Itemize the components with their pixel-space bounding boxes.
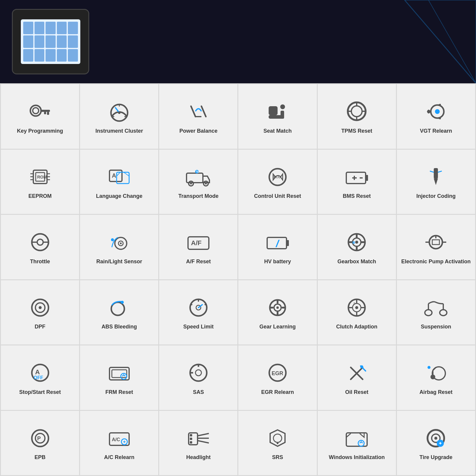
- svg-point-151: [277, 442, 278, 444]
- label-key-programming: Key Programming: [17, 128, 63, 134]
- icon-gear-learning: [263, 295, 292, 319]
- function-cell-oil-reset[interactable]: Oil Reset: [318, 345, 396, 410]
- function-cell-frm-reset[interactable]: FRM Reset: [80, 345, 158, 410]
- label-hv-battery: HV battery: [264, 258, 291, 265]
- function-cell-egr-relearn[interactable]: EGREGR Relearn: [238, 345, 317, 410]
- svg-point-45: [190, 183, 192, 184]
- label-seat-match: Seat Match: [264, 128, 292, 134]
- svg-point-85: [39, 306, 42, 309]
- label-rain-light-sensor: Rain/Light Sensor: [96, 258, 142, 265]
- svg-line-57: [430, 171, 434, 172]
- svg-rect-6: [44, 112, 46, 114]
- function-cell-stop-start-reset[interactable]: AOFFStop/Start Reset: [1, 345, 79, 410]
- svg-line-144: [198, 433, 209, 436]
- function-cell-transport-mode[interactable]: %Transport Mode: [159, 150, 237, 214]
- function-cell-epb[interactable]: PEPB: [1, 411, 79, 475]
- function-cell-clutch-adaption[interactable]: ®Clutch Adaption: [318, 280, 396, 345]
- function-cell-seat-match[interactable]: Seat Match: [238, 84, 317, 149]
- icon-electronic-pump: [421, 230, 451, 254]
- svg-line-14: [201, 106, 206, 117]
- function-cell-throttle[interactable]: Throttle: [1, 215, 79, 279]
- function-cell-electronic-pump[interactable]: Electronic Pump Activation: [397, 215, 475, 279]
- icon-key-programming: [25, 100, 55, 123]
- svg-rect-75: [356, 246, 358, 250]
- function-cell-vgt-relearn[interactable]: VGT Relearn: [397, 84, 475, 149]
- function-cell-key-programming[interactable]: Key Programming: [1, 84, 79, 149]
- function-cell-power-balance[interactable]: Power Balance: [159, 84, 237, 149]
- label-sas: SAS: [193, 389, 204, 396]
- function-cell-bms-reset[interactable]: BMS Reset: [318, 150, 396, 214]
- function-cell-hv-battery[interactable]: HV battery: [238, 215, 317, 279]
- icon-transport-mode: %: [184, 165, 213, 189]
- svg-rect-148: [190, 438, 192, 440]
- function-cell-dpf[interactable]: DPF: [1, 280, 79, 345]
- svg-marker-0: [405, 0, 476, 83]
- svg-point-2: [30, 105, 41, 116]
- svg-rect-97: [277, 300, 278, 303]
- label-epb: EPB: [35, 454, 46, 461]
- icon-tpms-reset: [342, 100, 372, 123]
- svg-text:P: P: [37, 436, 41, 441]
- label-eeprom: EEPROM: [29, 193, 52, 200]
- label-electronic-pump: Electronic Pump Activation: [401, 258, 471, 265]
- svg-rect-98: [277, 311, 278, 315]
- function-cell-control-unit-reset[interactable]: ECUControl Unit Reset: [238, 150, 317, 214]
- svg-text:®: ®: [353, 302, 356, 305]
- icon-dpf: [25, 295, 55, 319]
- function-cell-airbag-reset[interactable]: Airbag Reset: [397, 345, 475, 410]
- svg-rect-42: [187, 173, 203, 183]
- function-cell-af-reset[interactable]: A/FA/F Reset: [159, 215, 237, 279]
- svg-rect-5: [47, 112, 49, 115]
- icon-instrument-cluster: [104, 100, 134, 123]
- icon-abs-bleeding: [104, 295, 134, 319]
- icon-bms-reset: [342, 165, 372, 189]
- label-vgt-relearn: VGT Relearn: [420, 128, 452, 134]
- function-cell-headlight[interactable]: Headlight: [159, 411, 237, 475]
- function-cell-speed-limit[interactable]: Speed Limit: [159, 280, 237, 345]
- function-cell-tire-upgrade[interactable]: Tire Upgrade: [397, 411, 475, 475]
- svg-rect-149: [190, 441, 192, 444]
- function-cell-instrument-cluster[interactable]: Instrument Cluster: [80, 84, 158, 149]
- function-cell-language-change[interactable]: ALanguage Change: [80, 150, 158, 214]
- icon-gearbox-match: ⊞: [342, 230, 372, 254]
- label-power-balance: Power Balance: [179, 128, 217, 134]
- icon-rain-light-sensor: [104, 230, 134, 254]
- svg-rect-16: [269, 106, 278, 115]
- function-cell-injector-coding[interactable]: Injector Coding: [397, 150, 475, 214]
- svg-point-73: [355, 241, 358, 244]
- label-tpms-reset: TPMS Reset: [341, 128, 372, 134]
- icon-eeprom: ROM: [25, 165, 55, 189]
- function-cell-suspension[interactable]: Suspension: [397, 280, 475, 345]
- label-dpf: DPF: [35, 323, 46, 330]
- function-cell-srs[interactable]: SRS: [238, 411, 317, 475]
- svg-text:OFF: OFF: [34, 375, 43, 380]
- svg-rect-56: [434, 168, 438, 178]
- svg-line-13: [191, 106, 195, 117]
- function-cell-ac-relearn[interactable]: A/CA/C Relearn: [80, 411, 158, 475]
- function-cell-tpms-reset[interactable]: TPMS Reset: [318, 84, 396, 149]
- svg-rect-99: [270, 307, 273, 309]
- function-cell-gear-learning[interactable]: Gear Learning: [238, 280, 317, 345]
- device-image: [12, 9, 89, 74]
- function-cell-gearbox-match[interactable]: ⊞Gearbox Match: [318, 215, 396, 279]
- label-abs-bleeding: ABS Bleeding: [101, 323, 137, 330]
- function-cell-sas[interactable]: SAS: [159, 345, 237, 410]
- label-egr-relearn: EGR Relearn: [261, 389, 294, 396]
- svg-text:A/C: A/C: [112, 437, 120, 442]
- svg-text:A: A: [112, 172, 116, 179]
- svg-point-121: [195, 370, 201, 376]
- svg-point-129: [360, 365, 363, 368]
- function-cell-eeprom[interactable]: ROMEEPROM: [1, 150, 79, 214]
- function-cell-rain-light-sensor[interactable]: Rain/Light Sensor: [80, 215, 158, 279]
- svg-text:ROM: ROM: [37, 175, 47, 179]
- icon-airbag-reset: [421, 361, 451, 385]
- function-cell-windows-init[interactable]: Windows Initialization: [318, 411, 396, 475]
- svg-rect-70: [286, 240, 289, 246]
- icon-sas: [184, 361, 213, 385]
- icon-injector-coding: [421, 165, 451, 189]
- icon-headlight: [184, 426, 213, 450]
- svg-rect-76: [348, 241, 353, 243]
- label-clutch-adaption: Clutch Adaption: [336, 323, 377, 330]
- icon-af-reset: A/F: [184, 230, 213, 254]
- function-cell-abs-bleeding[interactable]: ABS Bleeding: [80, 280, 158, 345]
